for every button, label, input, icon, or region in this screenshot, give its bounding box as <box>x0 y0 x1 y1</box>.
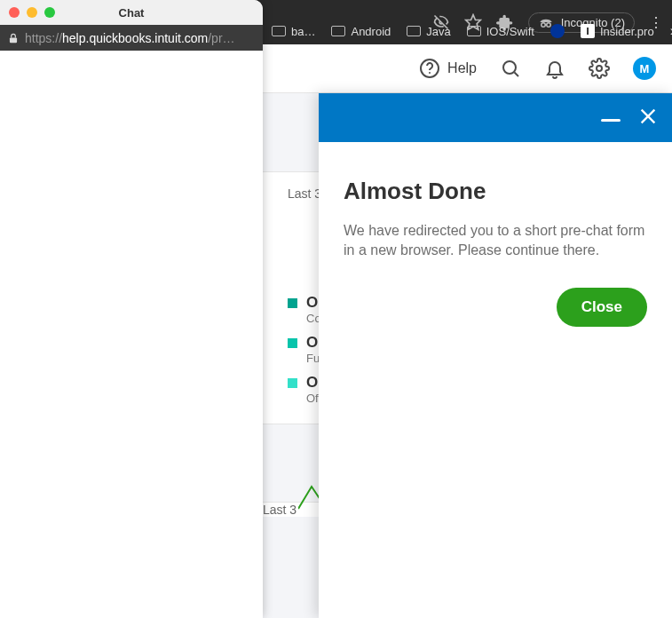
help-icon <box>419 58 440 79</box>
minimize-icon[interactable] <box>601 119 621 122</box>
popup-body <box>0 51 263 618</box>
help-panel-title: Almost Done <box>344 178 647 205</box>
close-button[interactable]: Close <box>557 288 647 327</box>
help-panel-body: We have redirected you to a short pre-ch… <box>344 221 647 261</box>
folder-icon <box>467 26 481 36</box>
folder-icon <box>407 26 421 36</box>
address-bar[interactable]: https://help.quickbooks.intuit.com/pr… <box>0 25 263 51</box>
bookmark-item[interactable]: Java <box>407 25 450 38</box>
bookmark-item[interactable] <box>550 24 565 38</box>
svg-rect-10 <box>10 37 17 43</box>
bookmark-item[interactable]: ba… <box>272 25 315 38</box>
bookmark-item[interactable]: Android <box>331 25 391 38</box>
gear-icon[interactable] <box>589 58 610 79</box>
svg-point-5 <box>503 61 516 74</box>
close-icon[interactable] <box>638 107 658 130</box>
swatch-icon <box>288 338 297 348</box>
lock-icon <box>7 32 20 44</box>
avatar[interactable]: M <box>633 57 656 80</box>
help-panel: Almost Done We have redirected you to a … <box>319 93 672 618</box>
svg-point-4 <box>429 72 431 74</box>
popup-window: Chat https://help.quickbooks.intuit.com/… <box>0 0 263 618</box>
swatch-icon <box>288 298 297 308</box>
bookmark-item[interactable]: I Insider.pro <box>581 24 654 38</box>
insider-favicon: I <box>581 24 595 38</box>
help-button[interactable]: Help <box>419 58 477 79</box>
bell-icon[interactable] <box>544 58 565 79</box>
svg-point-7 <box>597 66 602 71</box>
folder-icon <box>272 26 286 36</box>
svg-line-6 <box>515 73 519 77</box>
search-icon[interactable] <box>500 58 521 79</box>
swatch-icon <box>288 378 297 388</box>
folder-icon <box>331 26 345 36</box>
bookmark-item[interactable]: IOS/Swift <box>467 25 534 38</box>
popup-title: Chat <box>0 6 263 20</box>
url-text: https://help.quickbooks.intuit.com/pr… <box>25 31 235 45</box>
eu-flag-icon <box>550 24 565 38</box>
help-label: Help <box>447 60 477 76</box>
